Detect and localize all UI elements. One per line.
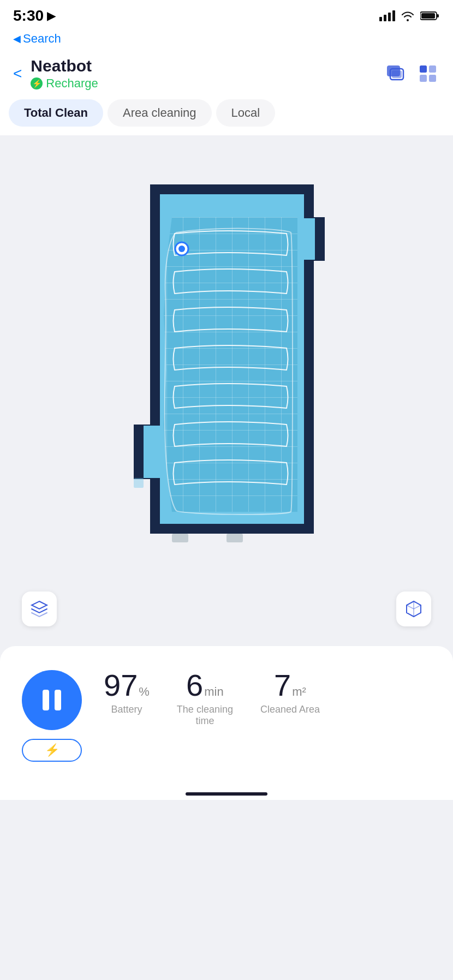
cube-button[interactable] (396, 591, 431, 626)
tab-area-cleaning[interactable]: Area cleaning (108, 99, 212, 127)
bolt-icon: ⚡ (32, 79, 41, 88)
signal-icon (379, 10, 395, 21)
status-dot: ⚡ (31, 77, 43, 89)
layers-button[interactable] (22, 591, 57, 626)
device-name: Neatbot (31, 57, 98, 75)
svg-rect-13 (226, 534, 243, 542)
area-value: 7m² (274, 670, 306, 701)
status-time: 5:30 ▶ (13, 7, 55, 25)
stats-grid: 97% Battery 6min The cleaning time 7m² C… (104, 666, 431, 727)
nav-left: < Neatbot ⚡ Recharge (13, 57, 98, 91)
wifi-icon (401, 10, 415, 21)
charge-badge: ⚡ (22, 739, 82, 762)
tab-total-clean[interactable]: Total Clean (9, 99, 103, 127)
search-back[interactable]: Search (0, 29, 453, 50)
status-label: Recharge (46, 76, 98, 91)
pause-icon (43, 690, 61, 710)
time-value: 6min (186, 670, 224, 701)
charge-icon: ⚡ (45, 743, 59, 757)
bottom-panel: ⚡ 97% Battery 6min The cleaning time (0, 646, 453, 784)
device-status: ⚡ Recharge (31, 76, 98, 91)
back-button[interactable]: < (13, 65, 22, 82)
svg-rect-1 (437, 14, 439, 17)
chat-button[interactable] (383, 62, 407, 86)
nav-right (383, 62, 440, 86)
battery-value: 97% (104, 670, 150, 701)
status-bar: 5:30 ▶ (0, 0, 453, 29)
grid-button[interactable] (416, 62, 440, 86)
area-stat: 7m² Cleaned Area (260, 670, 320, 715)
tab-local[interactable]: Local (216, 99, 276, 127)
battery-label: Battery (111, 704, 142, 715)
status-icons (379, 10, 440, 21)
map-controls (0, 583, 453, 635)
time-display: 5:30 (13, 7, 44, 25)
nav-header: < Neatbot ⚡ Recharge (0, 50, 453, 99)
svg-rect-14 (134, 478, 144, 488)
battery-stat: 97% Battery (104, 670, 150, 715)
svg-rect-7 (429, 65, 436, 73)
floor-plan (117, 152, 336, 566)
svg-rect-8 (420, 75, 427, 82)
svg-rect-9 (429, 75, 436, 82)
svg-rect-5 (392, 70, 402, 78)
svg-point-11 (178, 246, 185, 252)
area-label: Cleaned Area (260, 704, 320, 715)
tabs-container: Total Clean Area cleaning Local (0, 99, 453, 135)
home-bar (186, 792, 267, 796)
pause-button[interactable] (22, 670, 82, 730)
search-label: Search (23, 32, 61, 46)
home-indicator (0, 784, 453, 800)
time-stat: 6min The cleaning time (177, 670, 233, 727)
bottom-content: ⚡ 97% Battery 6min The cleaning time (22, 666, 431, 762)
svg-rect-6 (420, 65, 427, 73)
time-label: The cleaning time (177, 704, 233, 727)
battery-icon (420, 10, 440, 21)
svg-rect-2 (421, 13, 435, 19)
map-container (0, 135, 453, 583)
location-icon: ▶ (47, 9, 55, 22)
device-info: Neatbot ⚡ Recharge (31, 57, 98, 91)
svg-rect-12 (172, 534, 188, 542)
